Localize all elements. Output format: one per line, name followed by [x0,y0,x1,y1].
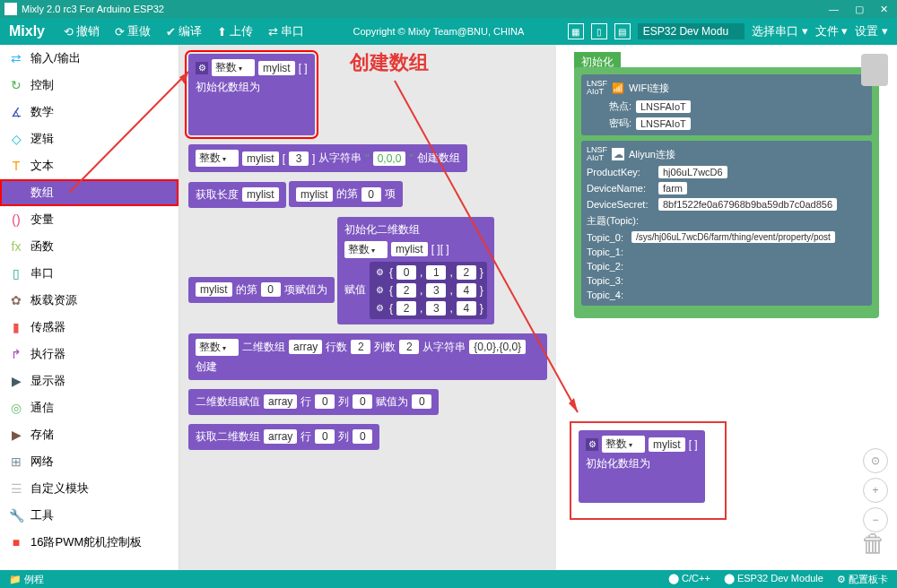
top-toolbar: Mixly ⟲ 撤销 ⟳ 重做 ✔ 编译 ⬆ 上传 ⇄ 串口 Copyright… [0,18,897,45]
sidebar-item-label: 自定义模块 [30,480,89,497]
view-button-2[interactable]: ▯ [591,23,607,39]
sidebar-item-label: 通信 [30,400,54,416]
compile-button[interactable]: ✔ 编译 [161,22,207,41]
sidebar-item-label: 显示器 [30,373,65,389]
resource-icon: ✿ [9,293,23,307]
block-init-2d-array[interactable]: 初始化二维数组 整数 mylist [ ][ ] 赋值 ⚙{0,1,2} ⚙{2… [337,217,494,324]
redo-button[interactable]: ⟳ 重做 [109,22,156,41]
app-icon [4,3,17,15]
board-selector[interactable]: ESP32 Dev Modu [638,23,745,39]
sensor-icon: ▮ [9,320,23,334]
sidebar-item-label: 逻辑 [30,131,54,147]
sidebar-item-network[interactable]: ⊞网络 [0,448,179,475]
logic-icon: ◇ [9,132,23,146]
variable-icon: () [9,212,23,227]
sidebar-item-custom[interactable]: ☰自定义模块 [0,475,179,502]
sidebar-item-label: 函数 [30,238,54,255]
sidebar-item-label: 执行器 [30,346,65,362]
file-menu[interactable]: 文件 ▾ [815,23,849,39]
block-set-2d-item[interactable]: 二维数组赋值 array 行0 列0 赋值为0 [188,389,439,415]
sidebar-item-storage[interactable]: ▶存储 [0,421,179,448]
io-icon: ⇄ [9,51,23,65]
sidebar-item-comm[interactable]: ◎通信 [0,394,179,421]
sidebar-item-variable[interactable]: ()变量 [0,206,179,233]
trash-area: 🗑 [861,529,888,561]
view-button-1[interactable]: ▦ [568,23,584,39]
backpack-area [861,54,888,86]
minimize-button[interactable]: — [829,4,839,15]
sidebar-item-label: 存储 [30,427,54,443]
zoom-controls: ⊙ + − [863,448,888,532]
sidebar-item-servo[interactable]: ■16路PWM舵机控制板 [0,529,179,556]
status-config[interactable]: ⚙ 配置板卡 [837,573,888,586]
sidebar-item-logic[interactable]: ◇逻辑 [0,125,179,152]
backpack-icon[interactable] [861,54,888,86]
status-cpp[interactable]: ⬤ C/C++ [668,573,710,586]
sidebar-item-control[interactable]: ↻控制 [0,72,179,99]
upload-button[interactable]: ⬆ 上传 [212,22,258,41]
name-field[interactable]: mylist [258,61,295,75]
sidebar-item-label: 数学 [30,104,54,120]
main-area: ⇄输入/输出↻控制∡数学◇逻辑T文本≡数组()变量fx函数▯串口✿板载资源▮传感… [0,45,897,570]
gear-icon[interactable]: ⚙ [196,62,208,74]
sidebar-item-actuator[interactable]: ↱执行器 [0,341,179,368]
setup-container[interactable]: LNSFAIoT 📶 WIFI连接 热点:LNSFAIoT 密码:LNSFAIo… [574,67,879,318]
array-icon: ≡ [9,186,23,200]
undo-button[interactable]: ⟲ 撤销 [58,22,105,41]
sidebar-item-label: 变量 [30,212,54,228]
tools-icon: 🔧 [9,508,23,523]
zoom-in-button[interactable]: + [863,478,888,503]
text-icon: T [9,159,23,173]
block-set-item[interactable]: mylist 的第 0 项赋值为 [188,277,335,303]
sidebar-item-label: 传感器 [30,319,65,335]
sidebar-item-math[interactable]: ∡数学 [0,99,179,125]
window-controls: — ▢ ✕ [829,4,893,15]
status-bar: 📁 例程 ⬤ C/C++ ⬤ ESP32 Dev Module ⚙ 配置板卡 [0,570,897,588]
sidebar-item-label: 控制 [30,77,54,93]
sidebar-item-tools[interactable]: 🔧工具 [0,502,179,529]
settings-menu[interactable]: 设置 ▾ [855,23,888,39]
block-get-item[interactable]: mylist 的第 0 项 [289,181,403,207]
sidebar-item-serial[interactable]: ▯串口 [0,260,179,287]
sidebar-item-display[interactable]: ▶显示器 [0,368,179,394]
status-board[interactable]: ⬤ ESP32 Dev Module [724,573,823,586]
sidebar-item-text[interactable]: T文本 [0,152,179,179]
status-left[interactable]: 📁 例程 [9,573,44,586]
copyright: Copyright © Mixly Team@BNU, CHINA [353,26,524,37]
view-button-3[interactable]: ▤ [614,23,631,39]
maximize-button[interactable]: ▢ [855,4,864,15]
aliyun-block[interactable]: LNSFAIoT ☁ Aliyun连接 ProductKey:hj06uL7wc… [581,141,872,306]
block-init-array[interactable]: ⚙ 整数 mylist [ ] 初始化数组为 [188,54,315,135]
storage-icon: ▶ [9,428,23,442]
red-highlight-box [570,421,727,520]
window-title: Mixly 2.0 rc3 For Arduino ESP32 [22,4,164,14]
serial-button[interactable]: ⇄ 串口 [263,22,309,41]
trash-icon[interactable]: 🗑 [861,529,888,561]
serial-icon: ▯ [9,266,23,281]
title-bar: Mixly 2.0 rc3 For Arduino ESP32 — ▢ ✕ [0,0,897,18]
sidebar-item-label: 网络 [30,454,54,470]
block-get-length[interactable]: 获取长度 mylist [188,182,286,208]
top-menu: ⟲ 撤销 ⟳ 重做 ✔ 编译 ⬆ 上传 ⇄ 串口 [58,22,309,41]
network-icon: ⊞ [9,454,23,469]
close-button[interactable]: ✕ [880,4,888,15]
port-selector[interactable]: 选择串口 ▾ [752,23,808,39]
top-right-controls: ▦ ▯ ▤ ESP32 Dev Modu 选择串口 ▾ 文件 ▾ 设置 ▾ [568,23,888,39]
type-dropdown[interactable]: 整数 [212,59,255,76]
block-palette[interactable]: ⚙ 整数 mylist [ ] 初始化数组为 整数 mylist [3] 从字符… [179,45,556,570]
sidebar-item-resource[interactable]: ✿板载资源 [0,287,179,314]
sidebar-item-label: 文本 [30,158,54,174]
sidebar-item-label: 16路PWM舵机控制板 [30,534,142,550]
wifi-icon: 📶 [612,82,624,94]
sidebar-item-label: 数组 [30,185,54,201]
wifi-block[interactable]: LNSFAIoT 📶 WIFI连接 热点:LNSFAIoT 密码:LNSFAIo… [581,74,872,135]
center-button[interactable]: ⊙ [863,448,888,473]
block-create-2d-string[interactable]: 整数 二维数组 array 行数2 列数2 从字符串 {0,0},{0,0} 创… [188,333,547,380]
workspace-canvas[interactable]: 初始化 LNSFAIoT 📶 WIFI连接 热点:LNSFAIoT 密码:LNS… [556,45,897,570]
sidebar-item-function[interactable]: fx函数 [0,233,179,260]
sidebar-item-sensor[interactable]: ▮传感器 [0,314,179,341]
block-create-array-string[interactable]: 整数 mylist [3] 从字符串 "0,0,0" 创建数组 [188,144,467,172]
block-get-2d-item[interactable]: 获取二维数组 array 行0 列0 [188,424,379,450]
sidebar-item-array[interactable]: ≡数组 [0,179,179,206]
sidebar-item-io[interactable]: ⇄输入/输出 [0,45,179,72]
